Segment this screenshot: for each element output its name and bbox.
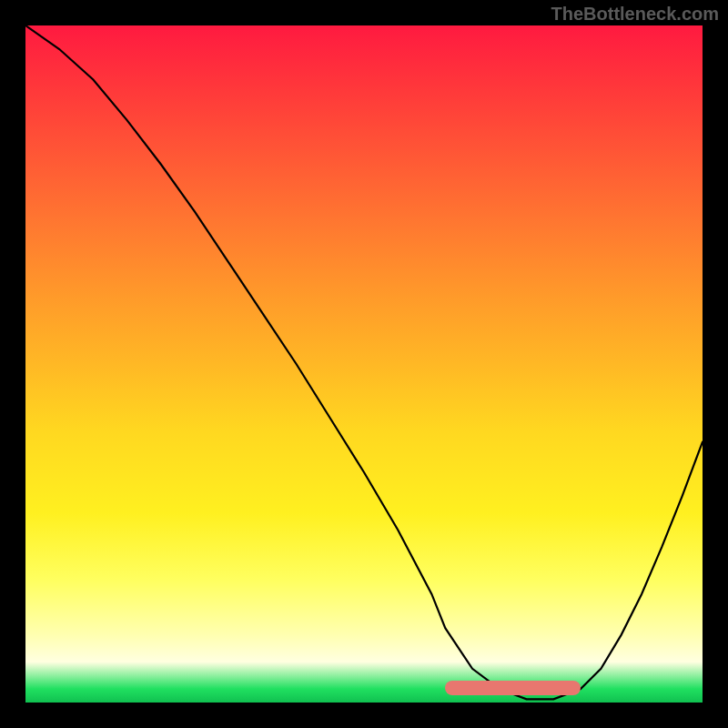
bottleneck-curve xyxy=(25,25,703,699)
optimal-range-band xyxy=(445,681,581,695)
curve-svg xyxy=(25,25,703,703)
plot-area xyxy=(25,25,703,703)
watermark-text: TheBottleneck.com xyxy=(551,4,719,25)
